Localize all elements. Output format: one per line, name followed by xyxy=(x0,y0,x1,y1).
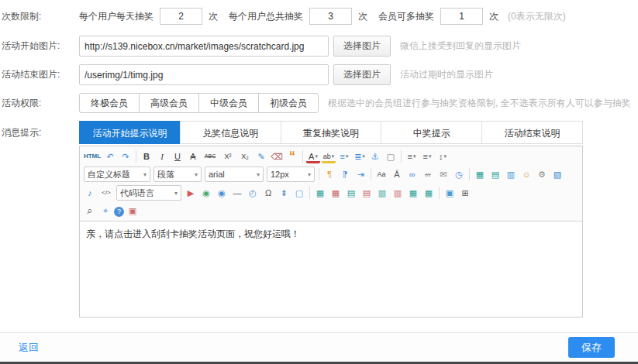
horizontal-rule-icon[interactable]: — xyxy=(230,186,244,200)
anchor-icon[interactable]: ⚓ xyxy=(368,149,382,163)
link-icon[interactable]: ∞ xyxy=(405,167,419,181)
justify-center-icon[interactable]: ≡▾ xyxy=(420,149,434,163)
member-extra-draw-input[interactable] xyxy=(440,8,483,25)
snapshot-icon[interactable]: ▥ xyxy=(504,167,518,181)
underline-icon[interactable]: U xyxy=(171,149,185,163)
rich-text-editor: HTML↶↷BIUAABCX²X₂✎⌫“A▾ab▾≡▾≣▾⚓▢≡▾≡▾↕▾自定义… xyxy=(79,146,583,318)
font-family-select[interactable]: arial▾ xyxy=(205,167,264,182)
superscript-icon[interactable]: X² xyxy=(220,149,236,163)
total-draw-input[interactable] xyxy=(309,8,352,25)
directionality-rtl-icon[interactable]: ¶ xyxy=(338,167,352,181)
redo-icon[interactable]: ↷ xyxy=(119,149,133,163)
time-icon[interactable]: ◴ xyxy=(246,186,260,200)
toolbar-separator xyxy=(136,150,136,163)
insert-col-icon[interactable]: ▥ xyxy=(375,186,389,200)
member-junior-button[interactable]: 初级会员 xyxy=(258,93,319,113)
emotion-icon[interactable]: ☺ xyxy=(519,167,533,181)
insert-image-icon[interactable]: ▧ xyxy=(550,167,564,181)
find-icon[interactable]: ⌖ xyxy=(98,204,112,218)
directionality-ltr-icon[interactable]: ¶ xyxy=(322,167,336,181)
music-icon[interactable]: ♪ xyxy=(83,186,97,200)
search-replace-icon[interactable]: ⌕ xyxy=(83,204,97,218)
bold-icon[interactable]: B xyxy=(140,149,153,163)
table-delete-icon[interactable]: ▦ xyxy=(329,186,343,200)
footer-bar: 返回 保存 xyxy=(0,332,638,362)
page-break-icon[interactable]: ⇟ xyxy=(277,186,291,200)
start-image-select-button[interactable]: 选择图片 xyxy=(333,36,391,57)
omega-icon[interactable]: Ω xyxy=(261,186,275,200)
blockquote-icon[interactable]: “ xyxy=(285,149,299,163)
table-insert-icon[interactable]: ▦ xyxy=(313,186,327,200)
delete-row-icon[interactable]: ▤ xyxy=(360,186,374,200)
end-image-input[interactable] xyxy=(79,64,329,85)
delete-col-icon[interactable]: ▥ xyxy=(391,186,405,200)
activity-settings-page: 次数限制: 每个用户每天抽奖 次 每个用户总共抽奖 次 会员可多抽奖 次 (0表… xyxy=(0,0,638,318)
start-image-input[interactable] xyxy=(79,36,329,57)
font-size-select[interactable]: 12px▾ xyxy=(267,167,315,182)
code-language-select[interactable]: 代码语言▾ xyxy=(116,185,181,201)
unordered-list-icon[interactable]: ≡▾ xyxy=(337,149,351,163)
tab-repeat-draw[interactable]: 重复抽奖说明 xyxy=(281,121,382,144)
ordered-list-icon[interactable]: ≣▾ xyxy=(353,149,367,163)
editor-content-area[interactable]: 亲，请点击进入刮刮卡抽奖活动页面，祝您好运哦！ xyxy=(80,221,582,317)
insert-row-icon[interactable]: ▤ xyxy=(344,186,358,200)
undo-icon[interactable]: ↶ xyxy=(103,149,117,163)
toolbar-separator xyxy=(309,187,310,199)
member-intermediate-button[interactable]: 中级会员 xyxy=(198,93,259,113)
gmap-icon[interactable]: ◉ xyxy=(215,186,229,200)
letter-case-icon[interactable]: Aa xyxy=(374,167,388,181)
spellcheck-icon[interactable]: ABC xyxy=(202,149,219,163)
video-icon[interactable]: ▶ xyxy=(184,186,198,200)
limits-hint: (0表示无限次) xyxy=(508,10,566,23)
highlight-color-icon[interactable]: ab▾ xyxy=(322,152,336,163)
start-image-row: 活动开始图片: 选择图片 微信上接受到回复的显示图片 xyxy=(2,36,638,57)
split-cells-icon[interactable]: ▦ xyxy=(422,186,436,200)
custom-title-select[interactable]: 自定义标题▾ xyxy=(84,167,150,182)
permission-label: 活动权限: xyxy=(2,97,79,110)
limits-label: 次数限制: xyxy=(2,10,79,23)
line-height-icon[interactable]: ↕▾ xyxy=(436,149,450,163)
indent-icon[interactable]: ⇥ xyxy=(353,167,367,181)
template-icon[interactable]: ▢ xyxy=(292,186,306,200)
toolbar-separator xyxy=(439,187,440,199)
limits-row: 次数限制: 每个用户每天抽奖 次 每个用户总共抽奖 次 会员可多抽奖 次 (0表… xyxy=(2,8,638,25)
toolbar-separator xyxy=(401,150,402,163)
toolbar-separator xyxy=(302,150,303,163)
font-color-icon[interactable]: A▾ xyxy=(306,152,320,163)
italic-icon[interactable]: I xyxy=(155,149,169,163)
print-icon[interactable]: ⊞ xyxy=(458,186,472,200)
daily-draw-input[interactable] xyxy=(160,8,202,25)
justify-left-icon[interactable]: ≡▾ xyxy=(405,149,419,163)
preview-icon[interactable]: ▣ xyxy=(443,186,457,200)
insert-table-icon[interactable]: ▦ xyxy=(473,167,487,181)
auto-typeset-icon[interactable]: Ǎ xyxy=(390,167,404,181)
format-brush-icon[interactable]: ✎ xyxy=(254,149,268,163)
tab-redeem-info[interactable]: 兑奖信息说明 xyxy=(180,121,281,144)
insert-code-icon[interactable]: </> xyxy=(98,186,114,200)
gear-icon[interactable]: ⚙ xyxy=(535,167,549,181)
paste-icon[interactable]: ▣ xyxy=(126,204,140,218)
unlink-icon[interactable]: ∞ xyxy=(421,167,435,181)
tab-activity-start-tip[interactable]: 活动开始提示说明 xyxy=(79,121,181,144)
format-clear-icon[interactable]: ⌫ xyxy=(270,149,284,163)
attachment-icon[interactable]: ✉ xyxy=(436,167,450,181)
table-style-icon[interactable]: ▤ xyxy=(488,167,502,181)
date-time-icon[interactable]: ◷ xyxy=(452,167,466,181)
end-image-select-button[interactable]: 选择图片 xyxy=(333,64,391,85)
map-icon[interactable]: ◉ xyxy=(199,186,213,200)
merge-cells-icon[interactable]: ▦ xyxy=(406,186,420,200)
insert-frame-icon[interactable]: ▢ xyxy=(384,149,398,163)
tab-activity-end[interactable]: 活动结束说明 xyxy=(481,121,583,144)
source-code-icon[interactable]: HTML xyxy=(83,149,102,163)
back-link[interactable]: 返回 xyxy=(19,341,39,355)
tab-win-prompt[interactable]: 中奖提示 xyxy=(381,121,482,144)
subscript-icon[interactable]: X₂ xyxy=(237,149,253,163)
save-button[interactable]: 保存 xyxy=(568,337,615,358)
paragraph-select[interactable]: 段落▾ xyxy=(153,167,202,182)
member-senior-button[interactable]: 高级会员 xyxy=(139,93,199,113)
member-extra-draw-label: 会员可多抽奖 xyxy=(378,10,434,23)
member-ultimate-button[interactable]: 终极会员 xyxy=(79,93,140,113)
strikethrough-icon[interactable]: A xyxy=(186,149,200,163)
help-icon[interactable]: ? xyxy=(114,207,124,217)
daily-draw-label: 每个用户每天抽奖 xyxy=(79,10,153,23)
